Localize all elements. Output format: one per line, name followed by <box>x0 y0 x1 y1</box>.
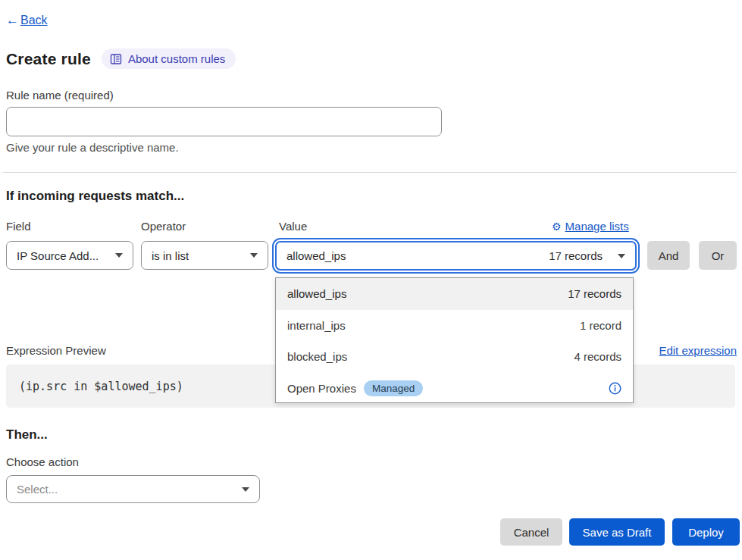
operator-label: Operator <box>141 220 186 233</box>
list-item-records: 17 records <box>568 287 621 300</box>
save-as-draft-button[interactable]: Save as Draft <box>569 518 665 546</box>
list-item-allowed-ips[interactable]: allowed_ips 17 records <box>276 278 633 310</box>
or-button[interactable]: Or <box>699 241 737 270</box>
create-rule-page: ←Back Create rule About custom rules Rul… <box>0 0 742 560</box>
back-label: Back <box>20 14 48 27</box>
rule-name-hint: Give your rule a descriptive name. <box>6 141 179 154</box>
back-arrow-icon: ← <box>6 13 19 28</box>
deploy-button[interactable]: Deploy <box>672 518 740 546</box>
operator-select[interactable]: is in list <box>141 241 268 270</box>
rule-name-label: Rule name (required) <box>6 89 114 102</box>
value-select[interactable]: allowed_ips 17 records <box>275 241 637 271</box>
list-item-name: Open Proxies <box>287 382 356 395</box>
and-button[interactable]: And <box>647 241 690 270</box>
gear-icon: ⚙ <box>552 221 562 233</box>
list-item-records: 4 records <box>574 350 621 363</box>
book-icon <box>110 53 122 65</box>
rule-name-input[interactable] <box>6 107 442 136</box>
about-badge-label: About custom rules <box>128 52 225 65</box>
chevron-down-icon <box>250 253 258 258</box>
list-item-name: internal_ips <box>287 319 346 332</box>
value-label: Value <box>279 220 307 233</box>
back-link[interactable]: ←Back <box>6 13 48 28</box>
chevron-down-icon <box>618 254 625 258</box>
operator-select-value: is in list <box>152 249 189 262</box>
cancel-button[interactable]: Cancel <box>500 518 562 546</box>
managed-badge: Managed <box>364 380 423 396</box>
expression-preview-label: Expression Preview <box>6 344 106 357</box>
value-select-name: allowed_ips <box>286 249 346 262</box>
list-item-open-proxies[interactable]: Open Proxies Managed <box>276 373 633 405</box>
chevron-down-icon <box>242 487 249 492</box>
field-label: Field <box>6 220 31 233</box>
page-title: Create rule <box>6 50 91 68</box>
list-item-name: allowed_ips <box>287 287 346 300</box>
value-select-records: 17 records <box>549 249 603 262</box>
about-custom-rules-link[interactable]: About custom rules <box>102 48 236 69</box>
then-section-heading: Then... <box>6 427 48 443</box>
manage-lists-label: Manage lists <box>565 220 629 233</box>
value-dropdown-panel: allowed_ips 17 records internal_ips 1 re… <box>275 277 634 403</box>
list-item-blocked-ips[interactable]: blocked_ips 4 records <box>276 341 633 373</box>
info-icon[interactable] <box>609 382 621 395</box>
action-select[interactable]: Select... <box>6 475 260 503</box>
manage-lists-link[interactable]: ⚙ Manage lists <box>552 220 637 233</box>
action-select-placeholder: Select... <box>17 483 58 496</box>
section-divider <box>3 172 737 173</box>
expression-code: (ip.src in $allowed_ips) <box>19 380 183 393</box>
choose-action-label: Choose action <box>6 455 79 468</box>
list-item-internal-ips[interactable]: internal_ips 1 record <box>276 310 633 342</box>
match-section-heading: If incoming requests match... <box>6 189 184 204</box>
list-item-name: blocked_ips <box>287 350 347 363</box>
chevron-down-icon <box>115 253 123 258</box>
title-row: Create rule About custom rules <box>6 48 236 69</box>
field-select-value: IP Source Add... <box>17 249 99 262</box>
list-item-records: 1 record <box>580 319 621 332</box>
edit-expression-link[interactable]: Edit expression <box>659 344 737 357</box>
field-select[interactable]: IP Source Add... <box>6 241 133 270</box>
